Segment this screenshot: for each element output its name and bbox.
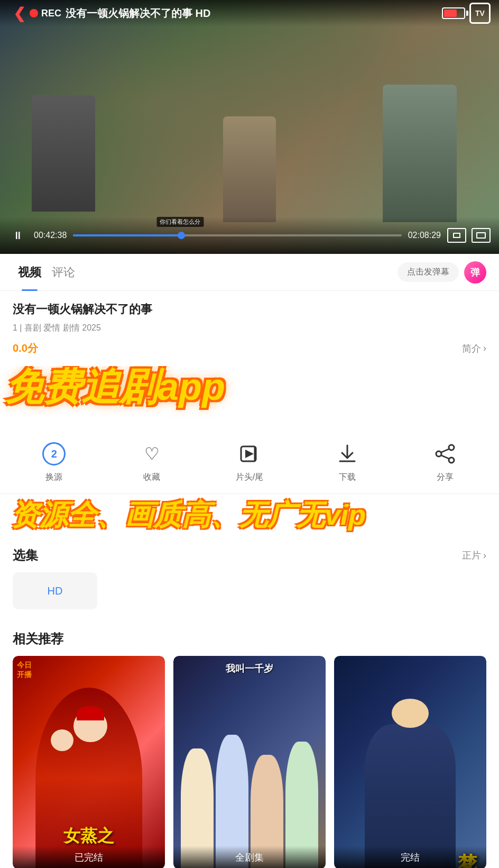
episode-section-link[interactable]: 正片 › (462, 549, 486, 562)
video-meta: 1 | 喜剧 爱情 剧情 2025 (13, 323, 486, 334)
source-button[interactable]: 2 换源 (40, 440, 68, 483)
recommend-item-2[interactable]: 我叫一千岁 全剧集 (173, 656, 326, 868)
svg-point-4 (436, 451, 441, 456)
collect-label: 收藏 (143, 472, 160, 483)
poster-3: 梵花 完结 (334, 656, 486, 868)
svg-line-6 (441, 449, 449, 452)
download-label: 下载 (339, 472, 356, 483)
time-current: 00:42:38 (34, 231, 67, 240)
share-label: 分享 (437, 472, 454, 483)
today-badge-1: 今日开播 (17, 660, 32, 679)
skip-icon (236, 440, 263, 468)
source-label: 换源 (45, 472, 62, 483)
poster-2: 我叫一千岁 全剧集 (173, 656, 326, 868)
recommend-header: 相关推荐 (13, 631, 486, 647)
recommend-title: 相关推荐 (13, 631, 63, 647)
player-top-bar: ❮ REC 没有一顿火锅解决不了的事 HD TV (0, 0, 499, 26)
recommend-section: 相关推荐 今日开播 女蒸之 已完结 (0, 620, 499, 868)
play-pause-button[interactable]: ⏸ (8, 226, 27, 245)
ad-sub-area: 资源全、画质高、无广无vip (0, 494, 499, 536)
rec-label: REC (41, 8, 61, 19)
svg-point-5 (449, 458, 454, 463)
heart-icon: ♡ (138, 440, 165, 468)
svg-line-7 (441, 455, 449, 459)
back-button[interactable]: ❮ (8, 3, 30, 24)
intro-link[interactable]: 简介 › (462, 342, 486, 355)
poster-status-3: 完结 (334, 846, 486, 868)
poster-status-2: 全剧集 (173, 846, 326, 868)
progress-label: 你们看着怎么分 (156, 217, 204, 227)
video-title: 没有一顿火锅解决不了的事 HD (66, 6, 442, 21)
video-info-title: 没有一顿火锅解决不了的事 (13, 301, 486, 317)
ad-text-main: 免费追剧app (0, 366, 499, 408)
svg-marker-1 (245, 450, 254, 458)
fullscreen-normal-button[interactable] (447, 228, 466, 243)
svg-point-3 (449, 445, 454, 450)
recommend-grid: 今日开播 女蒸之 已完结 (13, 656, 486, 868)
time-total: 02:08:29 (408, 231, 441, 240)
tab-right-area: 点击发弹幕 弹 (398, 261, 486, 284)
source-icon: 2 (40, 440, 68, 468)
action-buttons-row: 2 换源 ♡ 收藏 片头/尾 (0, 430, 499, 494)
ad-overlay-area: 免费追剧app (0, 366, 499, 424)
video-player[interactable]: ❮ REC 没有一顿火锅解决不了的事 HD TV ⏸ 00:42:38 你们看着… (0, 0, 499, 254)
collect-button[interactable]: ♡ 收藏 (138, 440, 165, 483)
tab-video[interactable]: 视频 (13, 254, 47, 291)
content-area: 视频 评论 点击发弹幕 弹 没有一顿火锅解决不了的事 1 | 喜剧 爱情 剧情 … (0, 254, 499, 868)
share-icon (431, 440, 459, 468)
danmaku-icon[interactable]: 弹 (464, 261, 486, 284)
tv-button[interactable]: TV (469, 3, 491, 24)
episode-item-hd[interactable]: HD (13, 572, 97, 609)
danmaku-button[interactable]: 点击发弹幕 (398, 262, 459, 282)
rec-dot (30, 9, 38, 17)
fullscreen-buttons (447, 228, 491, 243)
episode-section-title: 选集 (13, 547, 38, 564)
episode-section-header: 选集 正片 › (13, 547, 486, 564)
episode-grid: HD (13, 572, 486, 609)
poster-1: 今日开播 女蒸之 已完结 (13, 656, 165, 868)
poster-status-1: 已完结 (13, 846, 165, 868)
ad-text-sub: 资源全、画质高、无广无vip (5, 499, 494, 531)
download-icon (334, 440, 361, 468)
drama-title-2: 我叫一千岁 (226, 662, 273, 675)
skip-label: 片头/尾 (236, 472, 263, 483)
video-stats: 0.0分 简介 › (13, 341, 486, 355)
player-controls: ⏸ 00:42:38 你们看着怎么分 02:08:29 (0, 217, 499, 254)
score-text: 0.0分 (13, 341, 38, 355)
video-info-section: 没有一顿火锅解决不了的事 1 | 喜剧 爱情 剧情 2025 0.0分 简介 › (0, 291, 499, 366)
download-button[interactable]: 下载 (334, 440, 361, 483)
drama-title-1: 女蒸之 (63, 825, 114, 848)
recommend-item-1[interactable]: 今日开播 女蒸之 已完结 (13, 656, 165, 868)
skip-button[interactable]: 片头/尾 (236, 440, 263, 483)
tab-comment[interactable]: 评论 (47, 254, 80, 291)
rec-indicator: REC (30, 8, 61, 19)
video-scene (0, 0, 499, 254)
episode-section: 选集 正片 › HD (0, 536, 499, 620)
progress-bar[interactable]: 你们看着怎么分 (73, 234, 401, 236)
battery-icon (442, 7, 465, 19)
tabs-row: 视频 评论 点击发弹幕 弹 (0, 254, 499, 291)
recommend-item-3[interactable]: 梵花 完结 (334, 656, 486, 868)
share-button[interactable]: 分享 (431, 440, 459, 483)
fullscreen-wide-button[interactable] (472, 228, 491, 243)
